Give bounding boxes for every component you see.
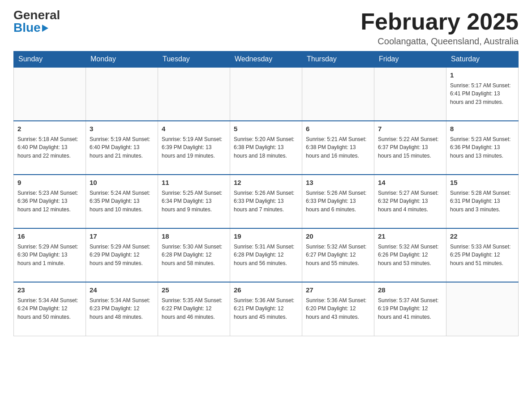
day-info: Sunrise: 5:23 AM Sunset: 6:36 PM Dayligh… (450, 135, 515, 160)
calendar-cell: 24Sunrise: 5:34 AM Sunset: 6:23 PM Dayli… (86, 282, 158, 336)
logo-blue: Blue (13, 21, 41, 34)
calendar-cell: 5Sunrise: 5:20 AM Sunset: 6:38 PM Daylig… (230, 121, 302, 175)
week-row-4: 16Sunrise: 5:29 AM Sunset: 6:30 PM Dayli… (14, 228, 519, 282)
day-info: Sunrise: 5:29 AM Sunset: 6:30 PM Dayligh… (17, 243, 82, 268)
logo: General Blue (13, 9, 60, 34)
day-number: 17 (90, 231, 154, 242)
day-number: 6 (306, 124, 370, 134)
day-number: 13 (306, 178, 370, 188)
calendar-cell: 14Sunrise: 5:27 AM Sunset: 6:32 PM Dayli… (374, 175, 446, 228)
calendar-header: SundayMondayTuesdayWednesdayThursdayFrid… (14, 51, 519, 68)
day-number: 15 (450, 178, 515, 188)
week-row-3: 9Sunrise: 5:23 AM Sunset: 6:36 PM Daylig… (14, 175, 519, 228)
day-info: Sunrise: 5:32 AM Sunset: 6:27 PM Dayligh… (306, 243, 370, 268)
day-info: Sunrise: 5:19 AM Sunset: 6:40 PM Dayligh… (90, 135, 154, 160)
day-info: Sunrise: 5:20 AM Sunset: 6:38 PM Dayligh… (234, 135, 298, 160)
calendar-cell (374, 67, 446, 121)
week-row-5: 23Sunrise: 5:34 AM Sunset: 6:24 PM Dayli… (14, 282, 519, 336)
day-info: Sunrise: 5:23 AM Sunset: 6:36 PM Dayligh… (17, 189, 82, 214)
month-title: February 2025 (360, 9, 519, 34)
day-info: Sunrise: 5:24 AM Sunset: 6:35 PM Dayligh… (90, 189, 154, 214)
day-number: 18 (162, 231, 226, 242)
calendar-cell: 23Sunrise: 5:34 AM Sunset: 6:24 PM Dayli… (14, 282, 86, 336)
day-number: 3 (90, 124, 154, 134)
day-info: Sunrise: 5:22 AM Sunset: 6:37 PM Dayligh… (378, 135, 442, 160)
calendar-cell (446, 282, 519, 336)
day-info: Sunrise: 5:30 AM Sunset: 6:28 PM Dayligh… (162, 243, 226, 268)
day-info: Sunrise: 5:34 AM Sunset: 6:23 PM Dayligh… (90, 296, 154, 321)
calendar-cell: 26Sunrise: 5:36 AM Sunset: 6:21 PM Dayli… (230, 282, 302, 336)
weekday-header-thursday: Thursday (302, 51, 374, 68)
day-info: Sunrise: 5:33 AM Sunset: 6:25 PM Dayligh… (450, 243, 515, 268)
calendar-cell (158, 67, 230, 121)
logo-general: General (13, 9, 60, 21)
day-info: Sunrise: 5:29 AM Sunset: 6:29 PM Dayligh… (90, 243, 154, 268)
calendar-cell: 16Sunrise: 5:29 AM Sunset: 6:30 PM Dayli… (14, 228, 86, 282)
calendar-cell: 18Sunrise: 5:30 AM Sunset: 6:28 PM Dayli… (158, 228, 230, 282)
calendar-cell: 9Sunrise: 5:23 AM Sunset: 6:36 PM Daylig… (14, 175, 86, 228)
day-number: 25 (162, 285, 226, 295)
day-number: 20 (306, 231, 370, 242)
day-info: Sunrise: 5:18 AM Sunset: 6:40 PM Dayligh… (17, 135, 82, 160)
page-header: General Blue February 2025 Coolangatta, … (13, 9, 519, 47)
day-number: 8 (450, 124, 515, 134)
day-number: 9 (17, 178, 82, 188)
calendar-cell: 13Sunrise: 5:26 AM Sunset: 6:33 PM Dayli… (302, 175, 374, 228)
day-number: 11 (162, 178, 226, 188)
day-info: Sunrise: 5:19 AM Sunset: 6:39 PM Dayligh… (162, 135, 226, 160)
day-info: Sunrise: 5:36 AM Sunset: 6:21 PM Dayligh… (234, 296, 298, 321)
calendar-body: 1Sunrise: 5:17 AM Sunset: 6:41 PM Daylig… (14, 67, 519, 336)
calendar-cell: 15Sunrise: 5:28 AM Sunset: 6:31 PM Dayli… (446, 175, 519, 228)
calendar-cell: 25Sunrise: 5:35 AM Sunset: 6:22 PM Dayli… (158, 282, 230, 336)
day-number: 19 (234, 231, 298, 242)
day-number: 27 (306, 285, 370, 295)
day-number: 14 (378, 178, 442, 188)
calendar-cell: 17Sunrise: 5:29 AM Sunset: 6:29 PM Dayli… (86, 228, 158, 282)
calendar-cell: 4Sunrise: 5:19 AM Sunset: 6:39 PM Daylig… (158, 121, 230, 175)
calendar-cell: 20Sunrise: 5:32 AM Sunset: 6:27 PM Dayli… (302, 228, 374, 282)
day-number: 1 (450, 70, 515, 81)
weekday-header-monday: Monday (86, 51, 158, 68)
calendar-cell: 1Sunrise: 5:17 AM Sunset: 6:41 PM Daylig… (446, 67, 519, 121)
location-label: Coolangatta, Queensland, Australia (360, 36, 519, 47)
calendar-cell: 2Sunrise: 5:18 AM Sunset: 6:40 PM Daylig… (14, 121, 86, 175)
calendar-cell: 10Sunrise: 5:24 AM Sunset: 6:35 PM Dayli… (86, 175, 158, 228)
day-number: 12 (234, 178, 298, 188)
day-number: 24 (90, 285, 154, 295)
day-info: Sunrise: 5:34 AM Sunset: 6:24 PM Dayligh… (17, 296, 82, 321)
day-info: Sunrise: 5:27 AM Sunset: 6:32 PM Dayligh… (378, 189, 442, 214)
day-number: 28 (378, 285, 442, 295)
calendar-cell (230, 67, 302, 121)
calendar-table: SundayMondayTuesdayWednesdayThursdayFrid… (13, 51, 519, 336)
logo-arrow-icon (42, 25, 48, 32)
weekday-header-sunday: Sunday (14, 51, 86, 68)
weekday-header-saturday: Saturday (446, 51, 519, 68)
day-info: Sunrise: 5:25 AM Sunset: 6:34 PM Dayligh… (162, 189, 226, 214)
day-number: 21 (378, 231, 442, 242)
weekday-header-friday: Friday (374, 51, 446, 68)
day-number: 7 (378, 124, 442, 134)
day-number: 4 (162, 124, 226, 134)
day-info: Sunrise: 5:32 AM Sunset: 6:26 PM Dayligh… (378, 243, 442, 268)
day-info: Sunrise: 5:31 AM Sunset: 6:28 PM Dayligh… (234, 243, 298, 268)
calendar-cell: 12Sunrise: 5:26 AM Sunset: 6:33 PM Dayli… (230, 175, 302, 228)
calendar-cell: 8Sunrise: 5:23 AM Sunset: 6:36 PM Daylig… (446, 121, 519, 175)
day-info: Sunrise: 5:26 AM Sunset: 6:33 PM Dayligh… (306, 189, 370, 214)
weekday-header-tuesday: Tuesday (158, 51, 230, 68)
calendar-cell (302, 67, 374, 121)
day-info: Sunrise: 5:35 AM Sunset: 6:22 PM Dayligh… (162, 296, 226, 321)
week-row-2: 2Sunrise: 5:18 AM Sunset: 6:40 PM Daylig… (14, 121, 519, 175)
weekday-header-wednesday: Wednesday (230, 51, 302, 68)
calendar-cell: 6Sunrise: 5:21 AM Sunset: 6:38 PM Daylig… (302, 121, 374, 175)
calendar-cell (86, 67, 158, 121)
calendar-cell: 3Sunrise: 5:19 AM Sunset: 6:40 PM Daylig… (86, 121, 158, 175)
day-info: Sunrise: 5:37 AM Sunset: 6:19 PM Dayligh… (378, 296, 442, 321)
calendar-cell: 7Sunrise: 5:22 AM Sunset: 6:37 PM Daylig… (374, 121, 446, 175)
calendar-cell: 11Sunrise: 5:25 AM Sunset: 6:34 PM Dayli… (158, 175, 230, 228)
calendar-cell: 19Sunrise: 5:31 AM Sunset: 6:28 PM Dayli… (230, 228, 302, 282)
week-row-1: 1Sunrise: 5:17 AM Sunset: 6:41 PM Daylig… (14, 67, 519, 121)
calendar-cell (14, 67, 86, 121)
day-number: 26 (234, 285, 298, 295)
day-info: Sunrise: 5:26 AM Sunset: 6:33 PM Dayligh… (234, 189, 298, 214)
calendar-cell: 22Sunrise: 5:33 AM Sunset: 6:25 PM Dayli… (446, 228, 519, 282)
